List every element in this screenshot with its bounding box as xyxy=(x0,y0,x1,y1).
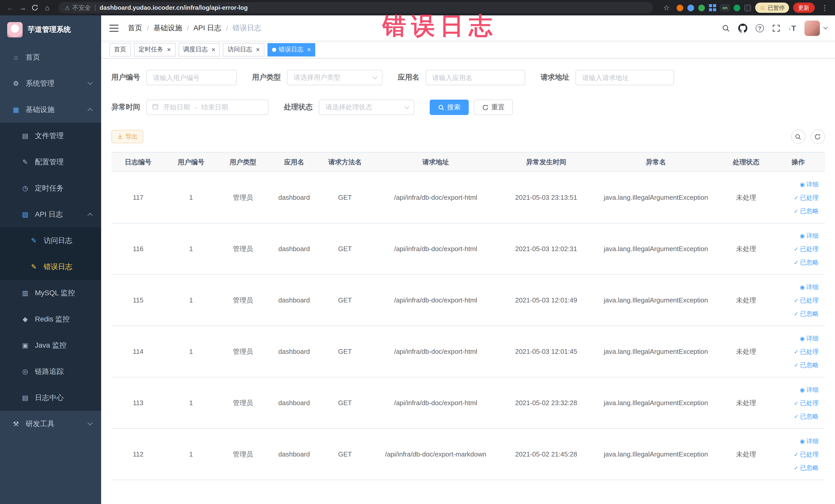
github-icon[interactable] xyxy=(738,23,748,33)
table-cell: 管理员 xyxy=(217,223,268,275)
sidebar-item-infrastructure[interactable]: ▦基础设施 xyxy=(0,97,101,123)
chevron-down-icon xyxy=(87,420,93,425)
extension-icon-3[interactable] xyxy=(698,4,705,11)
action-ignored-link[interactable]: ✓已忽略 xyxy=(775,256,819,269)
tab-访问日志[interactable]: 访问日志× xyxy=(223,43,264,56)
address-bar[interactable]: ⚠ 不安全 dashboard.yudao.iocoder.cn/infra/l… xyxy=(59,2,653,13)
start-date-placeholder: 开始日期 xyxy=(163,103,190,112)
refresh-button[interactable] xyxy=(810,129,825,144)
sidebar-item-system-mgmt[interactable]: ⚙系统管理 xyxy=(0,70,101,97)
chevron-down-icon[interactable] xyxy=(823,25,828,29)
actions-cell: ◉详细✓已处理✓已忽略 xyxy=(772,377,825,428)
table-cell: 117 xyxy=(111,172,165,223)
action-detail-link[interactable]: ◉详细 xyxy=(775,229,819,242)
extension-icon-2[interactable] xyxy=(687,4,694,11)
extension-paused-badge[interactable]: ☺ 已暂停 xyxy=(755,3,789,13)
sidebar-item-file-mgmt[interactable]: ▤文件管理 xyxy=(0,123,101,149)
table-cell: 未处理 xyxy=(720,428,772,480)
search-button[interactable]: 搜索 xyxy=(430,100,469,115)
app-name-input[interactable] xyxy=(426,70,525,85)
action-detail-link[interactable]: ◉详细 xyxy=(775,331,819,345)
back-icon[interactable]: ← xyxy=(4,2,16,14)
breadcrumb-item[interactable]: 基础设施 xyxy=(154,23,182,33)
sidebar-item-mysql-monitor[interactable]: ▥MySQL 监控 xyxy=(0,280,101,306)
action-detail-link[interactable]: ◉详细 xyxy=(775,177,819,191)
fullscreen-icon[interactable] xyxy=(772,24,780,32)
browser-home-icon[interactable]: ⌂ xyxy=(41,2,54,14)
bookmark-star-icon[interactable]: ☆ xyxy=(660,2,673,14)
action-processed-link[interactable]: ✓已处理 xyxy=(775,396,819,409)
actions-cell: ◉详细✓已处理✓已忽略 xyxy=(772,428,825,480)
app-logo[interactable]: 芋道管理系统 xyxy=(0,15,101,44)
process-status-select[interactable]: 请选择处理状态 xyxy=(319,100,414,115)
action-ignored-link[interactable]: ✓已忽略 xyxy=(775,307,819,320)
action-processed-link[interactable]: ✓已处理 xyxy=(775,447,819,461)
tab-错误日志[interactable]: 错误日志× xyxy=(267,43,315,56)
close-icon[interactable]: × xyxy=(211,46,215,53)
font-size-icon[interactable]: ↕T xyxy=(789,24,796,32)
extension-icon-1[interactable] xyxy=(677,4,683,11)
sidebar-item-dev-tools[interactable]: ⚒研发工具 xyxy=(0,411,101,437)
action-detail-link[interactable]: ◉详细 xyxy=(775,434,819,447)
sidebar-item-api-logs[interactable]: ▧API 日志 xyxy=(0,201,101,227)
sidebar-item-redis-monitor[interactable]: ◆Redis 监控 xyxy=(0,306,101,332)
gear-icon: ⚙ xyxy=(11,80,21,87)
reset-button[interactable]: 重置 xyxy=(474,100,513,115)
avatar[interactable] xyxy=(804,20,820,36)
check-icon: ✓ xyxy=(794,348,798,355)
close-icon[interactable]: × xyxy=(167,46,171,53)
table-cell: java.lang.IllegalArgumentException xyxy=(591,275,720,326)
filter-exception-time: 异常时间 开始日期 - 结束日期 xyxy=(111,100,268,115)
table-cell: java.lang.IllegalArgumentException xyxy=(591,223,720,275)
close-icon[interactable]: × xyxy=(256,46,260,53)
user-id-input[interactable] xyxy=(146,70,237,85)
tab-首页[interactable]: 首页 xyxy=(109,43,131,56)
export-button[interactable]: 导出 xyxy=(111,130,143,143)
action-detail-link[interactable]: ◉详细 xyxy=(775,383,819,396)
extension-icon-4[interactable] xyxy=(709,4,716,11)
request-url-input[interactable] xyxy=(575,70,674,85)
search-icon[interactable] xyxy=(722,24,730,32)
tab-定时任务[interactable]: 定时任务× xyxy=(134,43,175,56)
action-detail-link[interactable]: ◉详细 xyxy=(775,280,819,294)
exception-time-range-picker[interactable]: 开始日期 - 结束日期 xyxy=(146,100,268,115)
table-cell: GET xyxy=(320,377,370,428)
sidebar-item-home[interactable]: ⌂首页 xyxy=(0,44,101,70)
breadcrumb-item[interactable]: 首页 xyxy=(128,23,142,33)
sidebar-item-config-mgmt[interactable]: ✎配置管理 xyxy=(0,149,101,175)
user-type-select[interactable]: 请选择用户类型 xyxy=(287,70,383,85)
sidebar-item-scheduled-jobs[interactable]: ◷定时任务 xyxy=(0,175,101,201)
browser-update-button[interactable]: 更新 xyxy=(793,3,814,13)
breadcrumb-separator: / xyxy=(226,24,228,32)
toggle-search-button[interactable] xyxy=(791,129,805,144)
navbar-right-icons: ? ↕T xyxy=(722,20,827,36)
tab-调度日志[interactable]: 调度日志× xyxy=(178,43,220,56)
action-ignored-link[interactable]: ✓已忽略 xyxy=(775,409,819,423)
sidebar-item-access-log[interactable]: ✎访问日志 xyxy=(0,227,101,254)
close-icon[interactable]: × xyxy=(307,46,311,53)
action-processed-link[interactable]: ✓已处理 xyxy=(775,191,819,204)
kebab-menu-icon[interactable]: ⋮ xyxy=(819,2,831,14)
forward-icon[interactable]: → xyxy=(16,2,29,14)
reload-icon[interactable] xyxy=(29,2,41,14)
extension-icon-5[interactable]: on xyxy=(720,4,730,11)
action-ignored-link[interactable]: ✓已忽略 xyxy=(775,461,819,474)
breadcrumb-item[interactable]: API 日志 xyxy=(194,23,222,33)
sidebar-item-link-tracing[interactable]: ◎链路追踪 xyxy=(0,358,101,385)
hamburger-icon[interactable] xyxy=(109,24,119,32)
help-icon[interactable]: ? xyxy=(756,24,764,32)
action-processed-link[interactable]: ✓已处理 xyxy=(775,345,819,358)
sidebar-item-error-log[interactable]: ✎错误日志 xyxy=(0,254,101,280)
sidebar-item-log-center[interactable]: ▤日志中心 xyxy=(0,385,101,411)
table-cell: 2021-05-03 12:01:45 xyxy=(501,326,591,377)
action-ignored-link[interactable]: ✓已忽略 xyxy=(775,204,819,218)
screenshot-root: ← → ⌂ ⚠ 不安全 dashboard.yudao.iocoder.cn/i… xyxy=(0,0,835,504)
action-ignored-link[interactable]: ✓已忽略 xyxy=(775,358,819,371)
extension-icon-7[interactable] xyxy=(745,4,751,11)
table-cell: 未处理 xyxy=(720,275,772,326)
extension-icon-6[interactable] xyxy=(734,4,740,11)
sidebar-item-java-monitor[interactable]: ▣Java 监控 xyxy=(0,332,101,358)
action-processed-link[interactable]: ✓已处理 xyxy=(775,242,819,256)
action-processed-link[interactable]: ✓已处理 xyxy=(775,294,819,307)
breadcrumb: 首页/基础设施/API 日志/错误日志 xyxy=(128,23,261,33)
